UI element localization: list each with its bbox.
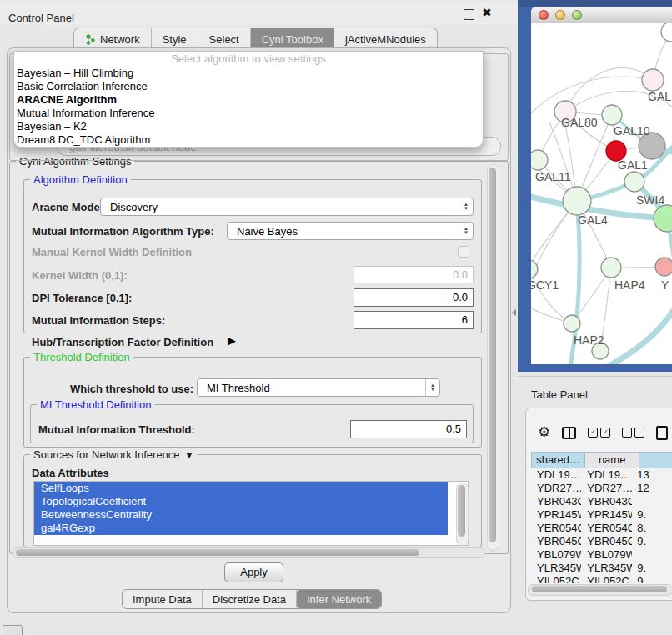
attribute-item-selected[interactable]: TopologicalCoefficient [34,495,448,508]
close-panel-button[interactable]: ✖ [482,6,492,19]
node-gal11[interactable] [531,150,548,170]
export-table-icon[interactable] [656,426,668,440]
mi-steps-label: Mutual Information Steps: [32,314,165,327]
dpi-tolerance-field[interactable]: 0.0 [354,288,474,307]
corner-mini-button[interactable] [3,625,23,635]
which-threshold-combo[interactable]: MI Threshold ▲▼ [197,378,440,397]
node-label: HAP2 [574,333,604,347]
table-row[interactable]: YIL052CYIL052C9 [531,575,672,583]
column-header-name[interactable]: name [584,452,639,468]
kernel-width-field[interactable]: 0.0 [354,266,474,283]
node-hap4[interactable] [601,258,621,278]
manual-kernel-width-checkbox[interactable] [458,246,469,258]
node-label: GAL80 [561,116,598,129]
node-gal-partial[interactable] [642,69,664,91]
settings-scrollbar-thumb[interactable] [489,168,496,542]
node-label: GAL1 [618,158,648,172]
table-row[interactable]: YBL079WYBL079W [531,548,672,562]
attributes-scrollbar-thumb[interactable] [458,485,465,537]
bottom-tab-bar: Impute Data Discretize Data Infer Networ… [122,589,382,609]
node-gcy1[interactable] [531,260,538,278]
algorithm-option[interactable]: Mutual Information Inference [14,107,483,120]
node-label: GAL [648,90,671,103]
table-row[interactable]: YPR145WYPR145W9. [531,508,672,522]
attributes-vertical-scrollbar[interactable] [456,482,469,546]
float-window-button[interactable] [464,9,474,20]
algorithm-dropdown-popup: Select algorithm to view settings Bayesi… [13,51,484,148]
attribute-item-selected[interactable]: gal4RGexp [34,522,448,535]
hub-expand-arrow-icon[interactable]: ▶ [228,334,236,347]
threshold-definition-title: Threshold Definition [30,351,133,363]
table-header-row: shared… name [531,452,672,468]
mi-steps-field[interactable]: 6 [354,311,474,329]
table-row[interactable]: YDL19…YDL19…13 [531,468,672,482]
node-gal4[interactable] [563,187,591,215]
table-row[interactable]: YDR27…YDR27…12 [531,482,672,495]
algorithm-definition-title: Algorithm Definition [30,173,131,186]
deselect-all-columns-icon[interactable] [622,428,644,438]
sources-group-title: Sources for Network Inference [33,448,180,461]
right-panel-divider [518,376,672,377]
column-header-clipped[interactable] [639,452,672,468]
node-hap2[interactable] [564,315,580,332]
gear-icon[interactable]: ⚙ [538,424,550,441]
aracne-mode-combo[interactable]: Discovery ▲▼ [100,198,474,216]
apply-button[interactable]: Apply [224,562,283,582]
window-minimize-icon[interactable] [555,10,565,20]
network-window-titlebar[interactable] [531,7,672,23]
dpi-tolerance-label: DPI Tolerance [0,1]: [32,292,132,304]
sources-group-title-row: Sources for Network Inference ▼ [30,448,197,461]
node-unlabeled[interactable] [661,23,672,42]
algorithm-dropdown-prompt: Select algorithm to view settings [14,52,483,67]
table-panel-title: Table Panel [531,388,588,401]
table-hscrollbar-thumb[interactable] [532,586,667,592]
sources-collapse-arrow-icon[interactable]: ▼ [185,450,194,460]
node-label: GAL4 [578,213,608,227]
node-label: HAP4 [614,278,645,292]
table-horizontal-scrollbar[interactable] [528,584,672,596]
split-columns-icon[interactable] [562,427,576,439]
window-zoom-icon[interactable] [572,10,582,20]
control-panel-header: Control Panel [0,3,517,25]
node-label: Y [661,278,669,292]
node-label: GAL10 [614,124,650,138]
tab-discretize-data[interactable]: Discretize Data [203,590,297,608]
kernel-width-label: Kernel Width (0,1): [32,269,128,282]
table-row[interactable]: YLR345WYLR345W9. [531,562,672,575]
data-attributes-label: Data Attributes [32,467,109,479]
select-all-columns-icon[interactable]: ✓ ✓ [588,428,610,438]
node-label: SWI4 [636,193,664,207]
attribute-item-selected[interactable]: SelfLoops [34,482,448,495]
control-panel-title: Control Panel [8,12,74,24]
panel-resize-handle-icon[interactable] [512,309,516,316]
algorithm-option[interactable]: Basic Correlation Inference [14,80,483,93]
node-y-partial[interactable] [655,258,672,276]
mi-threshold-group-title: MI Threshold Definition [37,398,154,411]
column-header-shared[interactable]: shared… [531,452,584,468]
window-close-icon[interactable] [539,10,549,20]
algorithm-option[interactable]: Bayesian – K2 [14,120,483,133]
data-attributes-list[interactable]: SelfLoops TopologicalCoefficient Between… [33,481,469,546]
network-window-frame-top [518,0,672,7]
algorithm-option-selected[interactable]: ARACNE Algorithm [14,93,483,107]
table-toolbar: ⚙ ✓ ✓ [538,423,668,442]
settings-horizontal-scrollbar[interactable] [12,548,485,558]
settings-vertical-scrollbar[interactable] [487,164,499,551]
node-label: GCY1 [531,278,559,292]
mi-algorithm-type-combo[interactable]: Naive Bayes ▲▼ [227,222,474,240]
node-gal10[interactable] [602,105,622,125]
network-canvas[interactable]: GAL GAL80 GAL10 GAL1 GAL11 SWI4 GAL4 GCY… [531,23,672,364]
node-green[interactable] [654,205,672,232]
tab-impute-data[interactable]: Impute Data [123,590,203,608]
table-row[interactable]: YBR045CYBR045C9. [531,535,672,548]
mi-threshold-field[interactable]: 0.5 [350,420,467,438]
table-row[interactable]: YBR043CYBR043C [531,495,672,508]
tab-infer-network[interactable]: Infer Network [297,590,381,608]
table-row[interactable]: YER054CYER054C8. [531,522,672,535]
attribute-item-selected[interactable]: BetweennessCentrality [34,508,448,522]
node-swi4[interactable] [624,172,644,192]
combo-stepper-icon: ▲▼ [459,222,473,239]
algorithm-option[interactable]: Bayesian – Hill Climbing [14,67,483,80]
algorithm-option[interactable]: Dream8 DC_TDC Algorithm [14,133,483,147]
settings-hscrollbar-thumb[interactable] [16,549,419,556]
